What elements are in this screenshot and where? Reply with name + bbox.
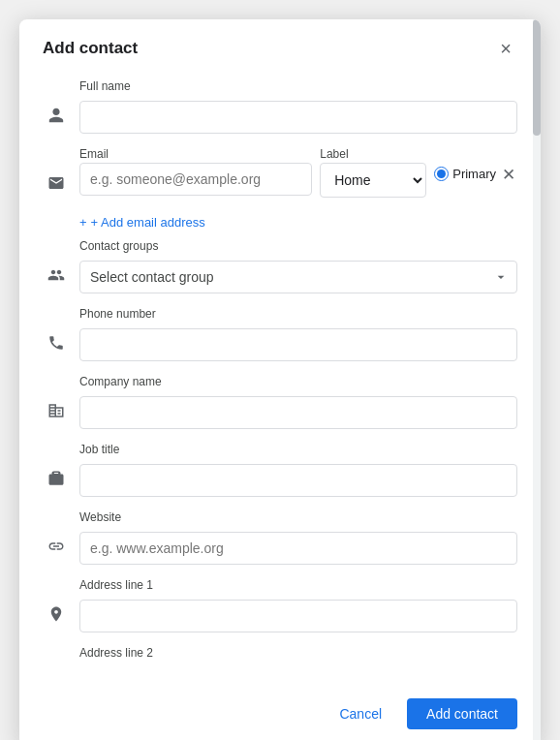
location-icon <box>43 578 70 623</box>
contact-groups-label: Contact groups <box>79 239 517 253</box>
phone-row: Phone number <box>43 307 517 361</box>
person-icon <box>43 79 70 124</box>
dialog-footer: Cancel Add contact <box>19 687 541 740</box>
email-label-wrap: Label Home Work Other <box>320 147 426 198</box>
email-input-wrap: Email <box>79 147 312 196</box>
address-line-1-row: Address line 1 <box>43 578 517 632</box>
clear-email-button[interactable]: ✕ <box>500 156 517 191</box>
job-title-row: Job title <box>43 443 517 497</box>
email-label-label: Label <box>320 147 426 161</box>
add-email-label: + Add email address <box>91 215 205 230</box>
job-title-input[interactable] <box>79 464 517 497</box>
address-line-1-label: Address line 1 <box>79 578 517 592</box>
phone-input[interactable] <box>79 328 517 361</box>
company-input[interactable] <box>79 396 517 429</box>
address-line-2-fields: Address line 2 <box>79 646 517 662</box>
email-label-select[interactable]: Home Work Other <box>320 163 426 198</box>
contact-groups-select[interactable]: Select contact group <box>79 261 517 293</box>
email-row: Email Label Home Work Other Primary <box>43 147 517 198</box>
email-icon <box>43 147 70 192</box>
phone-label: Phone number <box>79 307 517 321</box>
website-input[interactable] <box>79 532 517 565</box>
close-button[interactable]: × <box>494 37 517 60</box>
primary-radio[interactable] <box>434 167 449 181</box>
website-label: Website <box>79 510 517 524</box>
company-row: Company name <box>43 375 517 429</box>
briefcase-icon <box>43 443 70 487</box>
add-contact-button[interactable]: Add contact <box>407 698 517 729</box>
contact-groups-fields: Contact groups Select contact group <box>79 239 517 293</box>
website-row: Website <box>43 510 517 565</box>
company-label: Company name <box>79 375 517 388</box>
add-email-icon: + <box>79 215 87 230</box>
job-title-fields: Job title <box>79 443 517 497</box>
scrollbar-track <box>533 19 541 740</box>
group-icon <box>43 239 70 284</box>
email-label: Email <box>79 147 312 161</box>
website-fields: Website <box>79 510 517 565</box>
company-fields: Company name <box>79 375 517 429</box>
full-name-input[interactable] <box>79 101 517 134</box>
scrollbar-thumb[interactable] <box>533 19 541 136</box>
address-line-2-spacer <box>43 646 70 673</box>
phone-fields: Phone number <box>79 307 517 361</box>
primary-label: Primary <box>452 167 496 181</box>
primary-wrap: Primary ✕ <box>434 147 517 191</box>
address-line-2-label: Address line 2 <box>79 646 517 660</box>
company-icon <box>43 375 70 419</box>
dialog-body: Full name Email Label Home <box>19 72 541 687</box>
add-contact-dialog: Add contact × Full name Email <box>19 19 541 740</box>
dialog-title: Add contact <box>43 39 138 58</box>
address-line-2-row: Address line 2 <box>43 646 517 673</box>
add-email-button[interactable]: + + Add email address <box>79 211 205 230</box>
email-row-fields: Email Label Home Work Other Primary <box>79 147 517 198</box>
cancel-button[interactable]: Cancel <box>324 698 397 729</box>
job-title-label: Job title <box>79 443 517 456</box>
full-name-row: Full name <box>43 79 517 134</box>
dialog-header: Add contact × <box>19 19 541 72</box>
address-line-1-input[interactable] <box>79 600 517 632</box>
phone-icon <box>43 307 70 352</box>
email-fields: Email Label Home Work Other Primary <box>79 147 517 198</box>
address-line-1-fields: Address line 1 <box>79 578 517 632</box>
link-icon <box>43 510 70 555</box>
email-input[interactable] <box>79 163 312 196</box>
full-name-label: Full name <box>79 79 517 93</box>
full-name-fields: Full name <box>79 79 517 134</box>
contact-groups-row: Contact groups Select contact group <box>43 239 517 293</box>
